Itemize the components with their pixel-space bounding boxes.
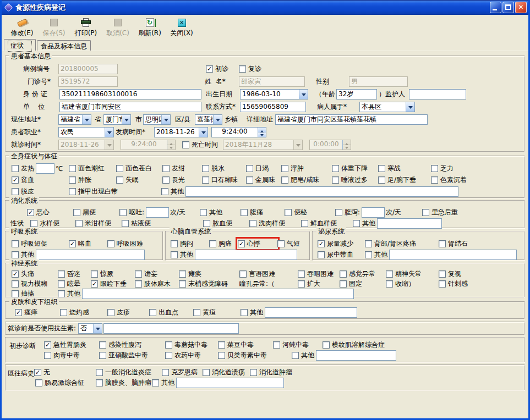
other-text-input[interactable] bbox=[195, 250, 297, 260]
spin-up-icon[interactable] bbox=[258, 128, 266, 132]
checkbox-消化道肿瘤[interactable]: 消化道肿瘤 bbox=[250, 368, 294, 377]
checkbox-粘液便[interactable]: 粘液便 bbox=[122, 219, 203, 228]
checkbox-脑膜炎、脑肿瘤等[interactable]: 脑膜炎、脑肿瘤等 bbox=[96, 378, 152, 388]
checkbox-unchecked[interactable] bbox=[335, 209, 342, 216]
other-text-input[interactable] bbox=[36, 163, 54, 174]
other-text-input[interactable] bbox=[316, 350, 396, 361]
checkbox-黑便[interactable]: 黑便 bbox=[73, 208, 119, 217]
checkbox-unchecked[interactable] bbox=[365, 251, 372, 258]
dropdown-arrow-icon[interactable] bbox=[82, 115, 91, 124]
checkbox-unchecked[interactable] bbox=[179, 280, 186, 288]
checkbox-消化道溃疡[interactable]: 消化道溃疡 bbox=[203, 368, 250, 377]
checkbox-death-time[interactable]: 死亡时间 bbox=[182, 140, 220, 150]
checkbox-其他[interactable]: 其他 bbox=[171, 250, 297, 260]
checkbox-checked[interactable]: ✓ bbox=[15, 309, 22, 316]
checkbox-unchecked[interactable] bbox=[202, 165, 209, 172]
checkbox-unchecked[interactable] bbox=[218, 352, 225, 359]
checkbox-其他[interactable]: 其他 bbox=[12, 250, 145, 260]
checkbox-unchecked[interactable] bbox=[12, 280, 19, 288]
checkbox-感染性腹泻[interactable]: 感染性腹泻 bbox=[99, 340, 165, 350]
checkbox-checked[interactable]: ✓ bbox=[27, 209, 34, 216]
checkbox-发绀[interactable]: 发绀 bbox=[162, 164, 202, 173]
other-text-input[interactable] bbox=[185, 186, 458, 197]
dropdown-arrow-icon[interactable] bbox=[406, 102, 414, 112]
checkbox-口渴[interactable]: 口渴 bbox=[246, 164, 281, 173]
other-text-input[interactable] bbox=[362, 207, 385, 218]
checkbox-unchecked[interactable] bbox=[91, 270, 98, 278]
checkbox-unchecked[interactable] bbox=[340, 280, 347, 288]
checkbox-一般消化道炎症[interactable]: 一般消化道炎症 bbox=[96, 368, 162, 377]
checkbox-unchecked[interactable] bbox=[323, 341, 330, 349]
dropdown-arrow-icon[interactable] bbox=[299, 90, 308, 99]
checkbox-出血点[interactable]: 出血点 bbox=[149, 308, 193, 317]
checkbox-unchecked[interactable] bbox=[161, 188, 168, 195]
checkbox-unchecked[interactable] bbox=[60, 309, 67, 316]
checkbox-unchecked[interactable] bbox=[75, 220, 83, 227]
checkbox-checked[interactable]: ✓ bbox=[12, 270, 19, 278]
checkbox-unchecked[interactable] bbox=[12, 240, 19, 247]
checkbox-unchecked[interactable] bbox=[218, 341, 225, 349]
minimize-button[interactable] bbox=[490, 2, 501, 13]
checkbox-金属味[interactable]: 金属味 bbox=[246, 175, 281, 185]
checkbox-色素沉着[interactable]: 色素沉着 bbox=[431, 175, 468, 185]
checkbox-肥皂/咸味[interactable]: 肥皂/咸味 bbox=[281, 175, 332, 185]
checkbox-菜豆中毒[interactable]: 菜豆中毒 bbox=[218, 340, 273, 350]
checkbox-return-visit[interactable]: 复诊 bbox=[239, 64, 263, 74]
checkbox-其他[interactable]: 其他 bbox=[200, 208, 241, 217]
checkbox-头痛[interactable]: ✓头痛 bbox=[12, 269, 58, 279]
checkbox-unchecked[interactable] bbox=[107, 309, 114, 316]
checkbox-精神失常[interactable]: 精神失常 bbox=[386, 269, 439, 279]
unit-input[interactable] bbox=[59, 102, 201, 112]
checkbox-肿胀[interactable]: 肿胀 bbox=[69, 175, 116, 185]
tab-food-sample[interactable]: 食品及标本信息 bbox=[37, 40, 91, 51]
checkbox-鲜血样便[interactable]: 鲜血样便 bbox=[301, 219, 353, 228]
checkbox-unchecked[interactable] bbox=[318, 251, 325, 258]
checkbox-unchecked[interactable] bbox=[162, 165, 170, 172]
contact-input[interactable] bbox=[240, 102, 306, 112]
checkbox-无[interactable]: ✓无 bbox=[34, 368, 96, 377]
checkbox-其他[interactable]: 其他 bbox=[161, 186, 458, 197]
checkbox-checked[interactable]: ✓ bbox=[318, 240, 325, 247]
spinner-buttons[interactable] bbox=[258, 128, 266, 137]
close-window-button[interactable]: ✕ 关闭(X) bbox=[166, 16, 198, 39]
checkbox-unchecked[interactable] bbox=[246, 165, 253, 172]
checkbox-unchecked[interactable] bbox=[298, 280, 305, 288]
onset-time-spinner[interactable]: 9:24:00 bbox=[211, 127, 266, 137]
checkbox-吞咽困难[interactable]: 吞咽困难 bbox=[298, 269, 340, 279]
city-combo[interactable]: 厦门市 bbox=[103, 114, 131, 125]
checkbox-足/腕下垂[interactable]: 足/腕下垂 bbox=[378, 175, 431, 185]
outpatient-no-input[interactable] bbox=[58, 76, 118, 87]
checkbox-unchecked[interactable] bbox=[44, 352, 51, 359]
checkbox-失眠[interactable]: 失眠 bbox=[116, 175, 162, 185]
checkbox-unchecked[interactable] bbox=[431, 165, 438, 172]
checkbox-unchecked[interactable] bbox=[203, 369, 210, 376]
checkbox-unchecked[interactable] bbox=[439, 270, 446, 278]
checkbox-first-visit[interactable]: ✓初诊 bbox=[206, 64, 230, 74]
checkbox-里急后重[interactable]: 里急后重 bbox=[422, 208, 460, 217]
checkbox-烧灼感[interactable]: 烧灼感 bbox=[60, 308, 107, 317]
checkbox-unchecked[interactable] bbox=[179, 270, 186, 278]
checkbox-unchecked[interactable] bbox=[30, 220, 37, 227]
checkbox-unchecked[interactable] bbox=[277, 240, 285, 247]
checkbox-背部/肾区疼痛[interactable]: 背部/肾区疼痛 bbox=[365, 239, 439, 248]
checkbox-尿量减少[interactable]: ✓尿量减少 bbox=[318, 239, 365, 248]
spin-down-icon[interactable] bbox=[258, 132, 266, 137]
district-combo[interactable]: 思明区 bbox=[143, 114, 171, 125]
checkbox-唾液过多[interactable]: 唾液过多 bbox=[332, 175, 378, 185]
checkbox-其他[interactable]: 其他 bbox=[58, 289, 354, 299]
checkbox-checked[interactable]: ✓ bbox=[91, 280, 98, 288]
print-button[interactable]: 打印(P) bbox=[70, 16, 102, 39]
checkbox-便秘[interactable]: 便秘 bbox=[285, 208, 335, 217]
checkbox-unchecked[interactable] bbox=[162, 176, 170, 184]
other-text-input[interactable] bbox=[176, 378, 284, 388]
occupation-combo[interactable]: 农民 bbox=[58, 127, 114, 137]
antibiotic-combo[interactable]: 否 bbox=[78, 323, 102, 334]
antibiotic-detail-input[interactable] bbox=[103, 323, 239, 334]
checkbox-口有糊味[interactable]: 口有糊味 bbox=[202, 175, 246, 185]
checkbox-克罗恩病[interactable]: 克罗恩病 bbox=[162, 368, 203, 377]
checkbox-unchecked[interactable] bbox=[12, 251, 19, 258]
checkbox-胸痛[interactable]: 胸痛 bbox=[209, 239, 238, 248]
checkbox-unchecked[interactable] bbox=[58, 270, 65, 278]
checkbox-其他[interactable]: 其他 bbox=[292, 350, 396, 361]
checkbox-checked[interactable]: ✓ bbox=[34, 369, 41, 376]
